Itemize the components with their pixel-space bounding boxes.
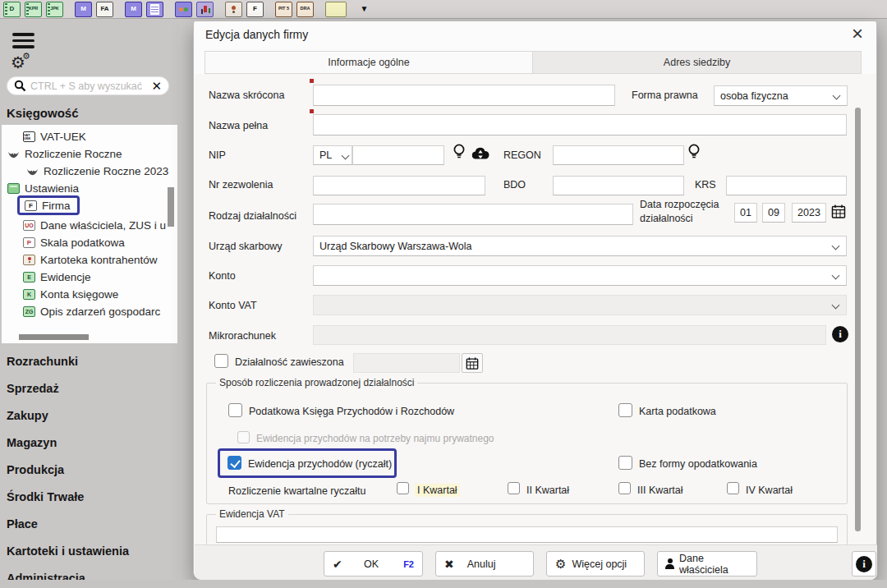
regon-lightbulb-icon[interactable] [687, 143, 701, 161]
tree-item-firma[interactable]: F Firma [25, 197, 71, 214]
ryczalt-label[interactable]: Ewidencja przychodów (ryczałt) [248, 458, 392, 470]
dane-wlasciciela-button[interactable]: Dane właściciela [657, 551, 757, 577]
regon-input[interactable] [553, 145, 684, 165]
q2-label[interactable]: II Kwartał [526, 485, 569, 496]
tree-horizontal-scrollbar[interactable] [19, 334, 89, 340]
zawieszenie-date-input[interactable] [353, 353, 460, 373]
sidebar-item-srodki-trwale[interactable]: Środki Trwałe [7, 490, 84, 503]
sidebar-item-produkcja[interactable]: Produkcja [7, 463, 64, 476]
report-chart-icon[interactable] [196, 2, 214, 17]
kpir-label[interactable]: Podatkowa Księga Przychodów i Rozchodów [249, 406, 454, 417]
karta-podatkowa-checkbox[interactable] [618, 403, 632, 417]
sidebar-item-place[interactable]: Płace [7, 517, 38, 531]
document-f-icon[interactable]: F [246, 2, 264, 17]
tree-item-dane-wlasciciela[interactable]: UO Dane właściciela, ZUS i u [23, 217, 166, 234]
tab-adres-siedziby[interactable]: Adres siedziby [533, 52, 861, 73]
clear-search-icon[interactable]: ✕ [151, 80, 162, 92]
konto-label: Konto [209, 270, 236, 282]
sidebar-item-magazyn[interactable]: Magazyn [7, 436, 57, 449]
konto-select[interactable] [313, 265, 847, 286]
najem-prywatny-checkbox[interactable] [237, 431, 250, 443]
search-box[interactable]: ✕ [7, 76, 169, 95]
dialog-info-button[interactable]: i [852, 551, 876, 577]
bez-formy-label[interactable]: Bez formy opodatkowania [639, 458, 757, 470]
register-icon[interactable] [146, 2, 163, 17]
start-date-month-input[interactable] [762, 203, 785, 223]
mikrorachunek-input[interactable] [313, 325, 826, 345]
hamburger-menu-icon[interactable] [12, 33, 34, 48]
anuluj-button[interactable]: ✖ Anuluj [435, 551, 534, 577]
dialog-vertical-scrollbar[interactable] [855, 108, 861, 531]
q1-checkbox[interactable] [397, 482, 409, 494]
tab-informacje-ogolne[interactable]: Informacje ogólne [205, 52, 533, 73]
tree-item-skala-podatkowa[interactable]: P Skala podatkowa [23, 234, 125, 251]
book-fa-icon[interactable]: FA [96, 2, 113, 17]
karta-podatkowa-label[interactable]: Karta podatkowa [639, 406, 716, 417]
book-m-icon[interactable]: M [75, 2, 92, 17]
sidebar-item-kartoteki[interactable]: Kartoteki i ustawienia [7, 544, 129, 558]
start-date-day-input[interactable] [734, 203, 757, 223]
tree-item-ustawienia[interactable]: Ustawienia [7, 180, 79, 197]
sidebar: ⚙⚙ ✕ Księgowość VAT UEK VAT-UEK Rozlicze… [0, 20, 179, 588]
ledger-kpr-icon[interactable]: KPR [25, 2, 42, 17]
tree-item-kartoteka-kontrahentow[interactable]: Kartoteka kontrahentów [23, 251, 158, 269]
q1-label[interactable]: I Kwartał [415, 484, 460, 497]
ok-shortcut-key: F2 [403, 559, 414, 569]
tree-item-opis-zdarzen[interactable]: ZG Opis zdarzeń gospodarc [23, 303, 160, 320]
bez-formy-checkbox[interactable] [618, 456, 632, 470]
dzialalnosc-zawieszona-checkbox[interactable] [214, 354, 228, 368]
book-m2-icon[interactable]: M [125, 2, 142, 17]
q3-checkbox[interactable] [618, 482, 631, 494]
dra-icon[interactable]: DRA [296, 2, 314, 17]
calendar-icon[interactable] [831, 204, 846, 219]
gus-cloud-download-icon[interactable] [471, 146, 490, 160]
search-input[interactable] [30, 80, 151, 92]
ledger-d-icon[interactable]: D [3, 2, 21, 17]
forma-prawna-select[interactable]: osoba fizyczna [714, 85, 848, 106]
nip-country-select[interactable]: PL [313, 145, 352, 165]
sidebar-item-rozrachunki[interactable]: Rozrachunki [7, 355, 78, 368]
q4-checkbox[interactable] [727, 482, 739, 494]
tree-item-vat-uek[interactable]: VAT UEK VAT-UEK [23, 128, 86, 145]
start-date-year-input[interactable] [792, 203, 826, 223]
nr-zezwolenia-input[interactable] [313, 176, 485, 195]
pit5-icon[interactable]: PIT 5 [275, 2, 292, 17]
ryczalt-checkbox[interactable] [227, 456, 241, 470]
nip-input[interactable] [352, 145, 444, 165]
close-icon[interactable]: × [852, 23, 863, 44]
more-arrow-icon[interactable]: ▼ [356, 2, 373, 17]
rodzaj-dzialalnosci-input[interactable] [313, 204, 633, 225]
settings-gears-icon[interactable]: ⚙⚙ [11, 54, 25, 71]
rodzaj-dzialalnosci-label: Rodzaj działalności [209, 210, 296, 222]
tree-vertical-scrollbar[interactable] [168, 187, 174, 227]
dzialalnosc-zawieszona-label[interactable]: Działalność zawieszona [235, 356, 344, 368]
tree-item-ewidencje[interactable]: E Ewidencje [23, 269, 91, 286]
kpir-checkbox[interactable] [228, 403, 242, 417]
sidebar-item-zakupy[interactable]: Zakupy [7, 409, 48, 422]
nazwa-skrocona-input[interactable] [313, 85, 615, 106]
q4-label[interactable]: IV Kwartał [746, 485, 793, 496]
mikrorachunek-info-icon[interactable]: i [832, 326, 848, 342]
zawieszenie-calendar-icon[interactable] [462, 353, 483, 373]
wiecej-opcji-button[interactable]: ⚙ Więcej opcji [546, 551, 645, 577]
tree-item-label: Opis zdarzeń gospodarc [40, 305, 160, 318]
sidebar-item-sprzedaz[interactable]: Sprzedaż [7, 382, 59, 395]
chevron-down-icon [342, 152, 350, 160]
nazwa-pelna-input[interactable] [313, 114, 847, 136]
tree-item-konta-ksiegowe[interactable]: K Konta księgowe [23, 286, 118, 303]
konto-vat-select[interactable] [313, 295, 847, 315]
tree-item-rozliczenie-roczne-2023[interactable]: Rozliczenie Roczne 2023 [26, 163, 168, 180]
urzad-skarbowy-select[interactable]: Urząd Skarbowy Warszawa-Wola [313, 236, 847, 256]
tree-item-rozliczenie-roczne[interactable]: Rozliczenie Roczne [7, 145, 122, 163]
tree-item-label: VAT-UEK [40, 131, 86, 143]
ok-button[interactable]: ✔ OK F2 [324, 551, 423, 577]
q3-label[interactable]: III Kwartał [637, 485, 683, 496]
ledger-jpk-icon[interactable]: JPK [46, 2, 63, 17]
note-icon[interactable] [325, 2, 347, 17]
folder-chart-icon[interactable] [175, 2, 192, 17]
bdo-input[interactable] [553, 176, 684, 195]
q2-checkbox[interactable] [508, 482, 520, 494]
krs-input[interactable] [726, 176, 847, 195]
nip-lightbulb-icon[interactable] [453, 143, 466, 161]
folder-contact-icon[interactable] [225, 2, 242, 17]
